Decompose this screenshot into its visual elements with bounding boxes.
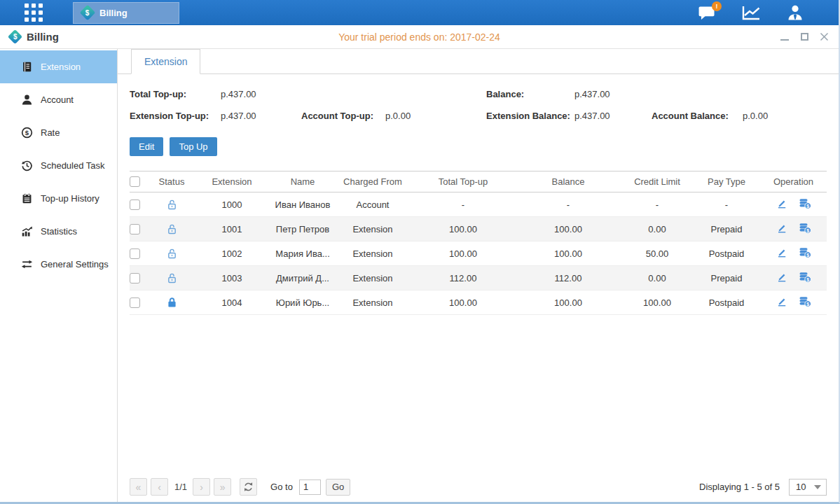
row-checkbox[interactable] bbox=[130, 298, 140, 308]
sidebar-item-topup-history[interactable]: Top-up History bbox=[0, 182, 117, 215]
goto-label: Go to bbox=[270, 482, 293, 492]
column-header-name[interactable]: Name bbox=[271, 176, 334, 187]
name-cell: Иван Иванов bbox=[271, 200, 334, 210]
column-header-total-topup[interactable]: Total Top-up bbox=[411, 176, 515, 187]
top-up-row-icon[interactable]: $ bbox=[799, 247, 811, 260]
apps-grid-icon[interactable] bbox=[25, 4, 44, 22]
top-up-row-icon[interactable]: $ bbox=[799, 198, 811, 211]
topbar-billing-tab[interactable]: $ Billing bbox=[73, 2, 179, 24]
charged-from-cell: Extension bbox=[334, 224, 411, 234]
sidebar-item-rate[interactable]: $ Rate bbox=[0, 116, 117, 149]
tab-extension[interactable]: Extension bbox=[131, 49, 200, 74]
status-cell bbox=[151, 199, 193, 211]
scheduled-task-icon bbox=[21, 160, 33, 172]
account-balance-value: p.0.00 bbox=[743, 111, 827, 121]
user-account-icon[interactable] bbox=[787, 4, 804, 21]
messages-icon[interactable]: ! bbox=[698, 6, 716, 20]
sidebar-item-statistics[interactable]: Statistics bbox=[0, 215, 117, 248]
general-settings-icon bbox=[21, 258, 33, 270]
first-page-button[interactable]: « bbox=[130, 478, 147, 496]
status-unlocked-icon bbox=[166, 199, 178, 211]
edit-row-icon[interactable] bbox=[776, 223, 787, 236]
top-up-button[interactable]: Top Up bbox=[170, 137, 216, 156]
charged-from-cell: Extension bbox=[334, 273, 411, 284]
refresh-icon bbox=[243, 482, 254, 492]
goto-page-input[interactable] bbox=[299, 479, 321, 495]
extension-cell: 1000 bbox=[193, 200, 271, 210]
table-body: 1000 Иван Иванов Account - - - - $ 1001 … bbox=[130, 192, 827, 315]
pay-type-cell: Postpaid bbox=[693, 248, 760, 259]
sidebar-item-account[interactable]: Account bbox=[0, 83, 117, 116]
status-cell bbox=[151, 272, 193, 284]
next-page-button[interactable]: › bbox=[193, 478, 210, 496]
table-row[interactable]: 1004 Юрий Юрь... Extension 100.00 100.00… bbox=[130, 290, 827, 315]
topbar: $ Billing ! bbox=[0, 0, 839, 25]
balance-cell: 100.00 bbox=[515, 248, 621, 259]
row-checkbox[interactable] bbox=[130, 200, 140, 210]
topup-history-icon bbox=[21, 192, 33, 204]
column-header-operation[interactable]: Operation bbox=[760, 176, 827, 187]
sidebar-item-general-settings[interactable]: General Settings bbox=[0, 248, 117, 281]
column-header-credit-limit[interactable]: Credit Limit bbox=[621, 176, 693, 187]
status-locked-icon bbox=[166, 297, 178, 309]
sidebar-item-label: Extension bbox=[41, 62, 81, 72]
top-up-row-icon[interactable]: $ bbox=[799, 296, 811, 309]
column-header-pay-type[interactable]: Pay Type bbox=[693, 176, 760, 187]
table-row[interactable]: 1001 Петр Петров Extension 100.00 100.00… bbox=[130, 217, 827, 241]
extension-icon bbox=[21, 61, 33, 73]
pay-type-cell: Prepaid bbox=[693, 273, 760, 284]
column-header-extension[interactable]: Extension bbox=[193, 176, 271, 187]
column-header-charged-from[interactable]: Charged From bbox=[334, 176, 411, 187]
prev-page-button[interactable]: ‹ bbox=[151, 478, 168, 496]
top-up-row-icon[interactable]: $ bbox=[799, 272, 811, 285]
pay-type-cell: Postpaid bbox=[693, 298, 760, 308]
row-checkbox[interactable] bbox=[130, 273, 140, 284]
edit-row-icon[interactable] bbox=[776, 272, 787, 285]
edit-row-icon[interactable] bbox=[776, 198, 787, 211]
total-topup-cell: 112.00 bbox=[411, 273, 515, 284]
top-up-row-icon[interactable]: $ bbox=[799, 223, 811, 236]
page-size-select[interactable]: 10 bbox=[789, 479, 827, 496]
minimize-button[interactable] bbox=[780, 32, 790, 42]
operation-cell: $ bbox=[760, 247, 827, 260]
maximize-button[interactable] bbox=[799, 32, 809, 42]
status-cell bbox=[151, 297, 193, 309]
account-icon bbox=[21, 94, 33, 106]
edit-button[interactable]: Edit bbox=[130, 137, 163, 156]
table-row[interactable]: 1000 Иван Иванов Account - - - - $ bbox=[130, 192, 827, 217]
extensions-table: Status Extension Name Charged From Total… bbox=[130, 171, 827, 315]
refresh-button[interactable] bbox=[240, 478, 257, 496]
chevron-down-icon bbox=[814, 485, 821, 489]
total-topup-cell: - bbox=[411, 200, 515, 210]
name-cell: Юрий Юрь... bbox=[271, 298, 334, 308]
row-checkbox[interactable] bbox=[130, 224, 140, 234]
select-all-checkbox[interactable] bbox=[130, 176, 140, 187]
name-cell: Мария Ива... bbox=[271, 248, 334, 259]
extension-cell: 1002 bbox=[193, 248, 271, 259]
edit-row-icon[interactable] bbox=[776, 296, 787, 309]
balance-cell: 100.00 bbox=[515, 298, 621, 308]
sidebar-item-label: Rate bbox=[41, 127, 60, 138]
billing-dollar-icon: $ bbox=[8, 29, 22, 44]
column-header-balance[interactable]: Balance bbox=[515, 176, 621, 187]
balance-label: Balance: bbox=[486, 89, 574, 99]
close-button[interactable] bbox=[819, 32, 829, 42]
row-checkbox[interactable] bbox=[130, 248, 140, 259]
table-row[interactable]: 1002 Мария Ива... Extension 100.00 100.0… bbox=[130, 241, 827, 266]
displaying-status: Displaying 1 - 5 of 5 bbox=[699, 482, 780, 492]
reports-chart-icon[interactable] bbox=[742, 5, 761, 21]
sidebar-item-scheduled-task[interactable]: Scheduled Task bbox=[0, 149, 117, 182]
edit-row-icon[interactable] bbox=[776, 247, 787, 260]
sidebar-item-label: General Settings bbox=[41, 259, 109, 270]
status-cell bbox=[151, 223, 193, 235]
balance-value: p.437.00 bbox=[574, 89, 652, 99]
main-panel: Extension Total Top-up: p.437.00 Balance… bbox=[118, 49, 839, 502]
column-header-status[interactable]: Status bbox=[151, 176, 193, 187]
status-unlocked-icon bbox=[166, 248, 178, 260]
sidebar-item-extension[interactable]: Extension bbox=[0, 50, 117, 83]
table-row[interactable]: 1003 Дмитрий Д... Extension 112.00 112.0… bbox=[130, 266, 827, 290]
extension-cell: 1001 bbox=[193, 224, 271, 234]
pay-type-cell: Prepaid bbox=[693, 224, 760, 234]
go-button[interactable]: Go bbox=[326, 479, 350, 496]
last-page-button[interactable]: » bbox=[214, 478, 231, 496]
